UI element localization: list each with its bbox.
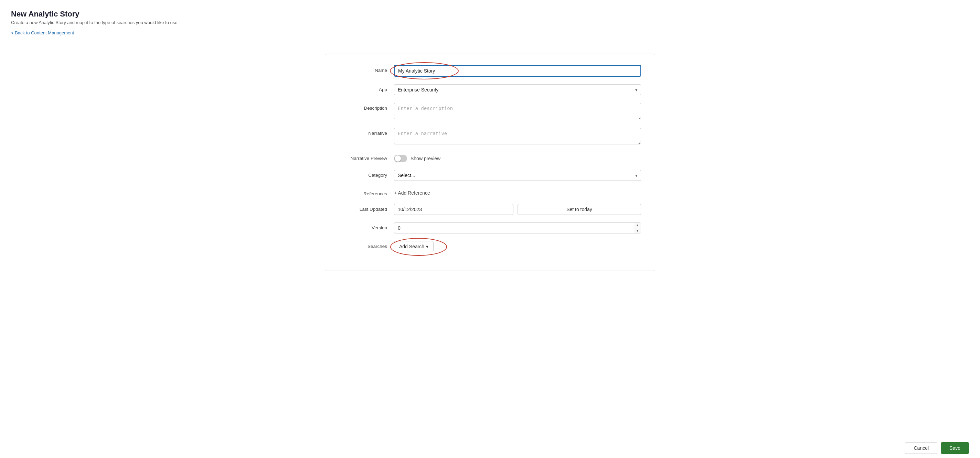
description-label: Description xyxy=(339,103,394,111)
page-title: New Analytic Story xyxy=(11,10,969,19)
last-updated-row: Last Updated Set to today xyxy=(339,204,641,215)
name-label: Name xyxy=(339,65,394,73)
category-select-wrap: Select... xyxy=(394,170,641,181)
show-preview-toggle[interactable] xyxy=(394,155,407,162)
narrative-preview-wrap: Show preview xyxy=(394,153,641,162)
app-select[interactable]: Enterprise Security Search Other xyxy=(394,84,641,95)
version-decrement-button[interactable]: ▼ xyxy=(634,228,641,233)
version-label: Version xyxy=(339,222,394,230)
last-updated-label: Last Updated xyxy=(339,204,394,212)
narrative-row: Narrative xyxy=(339,128,641,146)
version-wrap: ▲ ▼ xyxy=(394,222,641,233)
searches-label: Searches xyxy=(339,241,394,249)
add-search-button[interactable]: Add Search ▾ xyxy=(394,241,434,252)
version-input[interactable] xyxy=(394,222,641,233)
add-reference-button[interactable]: + Add Reference xyxy=(394,189,430,196)
app-row: App Enterprise Security Search Other xyxy=(339,84,641,95)
category-row: Category Select... xyxy=(339,170,641,181)
narrative-preview-row: Narrative Preview Show preview xyxy=(339,153,641,162)
last-updated-inner: Set to today xyxy=(394,204,641,215)
cancel-button[interactable]: Cancel xyxy=(905,442,937,454)
narrative-textarea[interactable] xyxy=(394,128,641,144)
set-today-button[interactable]: Set to today xyxy=(517,204,641,215)
narrative-field-wrap xyxy=(394,128,641,146)
searches-wrap: Add Search ▾ xyxy=(394,241,641,252)
add-search-dropdown-icon: ▾ xyxy=(426,244,428,249)
description-field-wrap xyxy=(394,103,641,120)
description-textarea[interactable] xyxy=(394,103,641,119)
version-row: Version ▲ ▼ xyxy=(339,222,641,233)
references-wrap: + Add Reference xyxy=(394,189,641,196)
name-input[interactable] xyxy=(394,65,641,77)
page-subtitle: Create a new Analytic Story and map it t… xyxy=(11,20,969,25)
section-divider xyxy=(11,44,969,44)
toggle-wrap: Show preview xyxy=(394,153,641,162)
references-row: References + Add Reference xyxy=(339,189,641,197)
references-label: References xyxy=(339,189,394,197)
description-row: Description xyxy=(339,103,641,120)
searches-row: Searches Add Search ▾ xyxy=(339,241,641,252)
last-updated-input[interactable] xyxy=(394,204,514,215)
app-label: App xyxy=(339,84,394,92)
name-field-wrap xyxy=(394,65,641,77)
back-link[interactable]: < Back to Content Management xyxy=(11,30,74,35)
last-updated-wrap: Set to today xyxy=(394,204,641,215)
category-select[interactable]: Select... xyxy=(394,170,641,181)
page-wrapper: New Analytic Story Create a new Analytic… xyxy=(0,0,980,458)
category-label: Category xyxy=(339,170,394,178)
show-preview-label: Show preview xyxy=(410,156,441,161)
add-search-label: Add Search xyxy=(399,244,424,249)
narrative-preview-label: Narrative Preview xyxy=(339,153,394,161)
version-spinners: ▲ ▼ xyxy=(634,223,641,233)
name-row: Name xyxy=(339,65,641,77)
app-select-wrap: Enterprise Security Search Other xyxy=(394,84,641,95)
footer-actions: Cancel Save xyxy=(0,438,980,458)
version-increment-button[interactable]: ▲ xyxy=(634,223,641,228)
narrative-label: Narrative xyxy=(339,128,394,136)
form-card: Name App Enterprise Security Search Othe… xyxy=(325,54,655,271)
save-button[interactable]: Save xyxy=(941,442,969,454)
